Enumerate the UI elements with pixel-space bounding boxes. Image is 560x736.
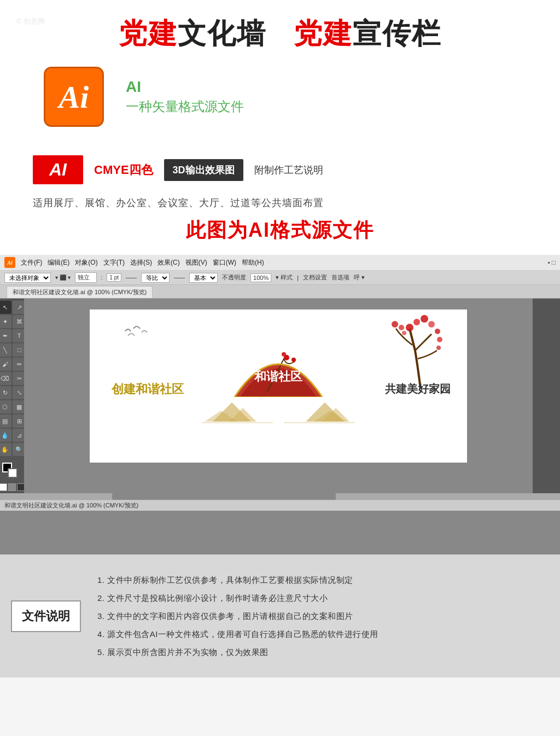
title-xuanchuanlan: 宣传栏 xyxy=(353,17,441,49)
background-color[interactable] xyxy=(8,468,18,478)
tb-opacity-label: 不透明度 xyxy=(222,273,246,282)
ai-label: AI xyxy=(126,78,244,96)
tool-rotate[interactable]: ↻ xyxy=(0,386,11,399)
svg-point-2 xyxy=(421,315,428,323)
svg-point-9 xyxy=(402,331,406,335)
tool-magic-wand[interactable]: ✦ xyxy=(0,315,11,328)
toolbar-opacity-value: 100% xyxy=(250,273,271,282)
toolbar-ratio[interactable]: 等比 xyxy=(141,273,170,283)
svg-point-7 xyxy=(399,325,404,330)
file-note-5: 5. 展示页中所含图片并不为实物，仅为效果图 xyxy=(97,643,549,661)
normal-view[interactable] xyxy=(0,483,7,491)
main-title: 党建文化墙 党建宣传栏 xyxy=(11,16,549,50)
plum-tree-decoration xyxy=(385,312,456,389)
tool-pair-3: ✒ T xyxy=(0,329,26,342)
ai-description: AI 一种矢量格式源文件 xyxy=(126,78,244,115)
tool-pen[interactable]: ✒ xyxy=(0,329,11,342)
tool-pair-8: ⬡ ▦ xyxy=(0,400,26,413)
file-info-label: 文件说明 xyxy=(11,600,81,632)
tool-pair-2: ✦ ⌘ xyxy=(0,315,26,328)
illustrator-window: Ai 文件(F) 编辑(E) 对象(O) 文字(T) 选择(S) 效果(C) 视… xyxy=(0,255,560,554)
ai-canvas-area: ↖ ↗ ✦ ⌘ ✒ T ╲ □ 🖌 ✏ ⌫ ✂ xyxy=(0,299,560,493)
tool-pair-10: 💧 ⊿ xyxy=(0,429,26,442)
menu-select[interactable]: 选择(S) xyxy=(130,258,152,267)
tool-eraser[interactable]: ⌫ xyxy=(0,372,11,385)
tool-blend[interactable]: ⬡ xyxy=(0,400,11,413)
title-dangjiian-1: 党建 xyxy=(119,17,178,49)
plum-tree-svg xyxy=(385,312,456,389)
full-screen[interactable] xyxy=(17,483,25,491)
mountains-svg xyxy=(196,397,360,424)
file-notes: 1. 文件中所标制作工艺仅供参考，具体制作工艺要根据实际情况制定 2. 文件尺寸… xyxy=(97,571,549,661)
ai-section: Ai AI 一种矢量格式源文件 xyxy=(11,61,549,132)
toolbar-basic[interactable]: 基本 xyxy=(189,273,218,283)
toolbar-prefs[interactable]: 首选项 xyxy=(331,273,349,282)
file-note-3: 3. 文件中的文字和图片内容仅供参考，图片请根据自己的文案和图片 xyxy=(97,607,549,625)
menu-object[interactable]: 对象(O) xyxy=(75,258,97,267)
canvas-document: © 创意网 xyxy=(90,309,467,463)
file-note-1: 1. 文件中所标制作工艺仅供参考，具体制作工艺要根据实际情况制定 xyxy=(97,571,549,589)
color-selector xyxy=(2,463,22,479)
format-notice-section: 此图为AI格式源文件 xyxy=(0,213,560,255)
tool-pair-9: ▤ ⊞ xyxy=(0,414,26,428)
menu-window[interactable]: 窗口(W) xyxy=(213,258,236,267)
menu-text[interactable]: 文字(T) xyxy=(103,258,125,267)
svg-point-11 xyxy=(291,358,296,362)
toolbar-icons: ▾ ⬛ ▾ xyxy=(55,274,71,281)
ai-logo-text: Ai xyxy=(59,79,89,115)
usage-section: 适用展厅、展馆、办公室、会议室、大厅、过道等公共墙面布置 xyxy=(0,191,560,213)
ai-app-logo: Ai xyxy=(4,257,15,268)
tool-hand[interactable]: ✋ xyxy=(0,443,11,456)
selection-tool-select[interactable]: 未选择对象 xyxy=(4,273,51,283)
tb-dash2: —— xyxy=(174,274,185,281)
title-wenhuaqiang: 文化墙 xyxy=(178,17,266,49)
ai-menu-items: 文件(F) 编辑(E) 对象(O) 文字(T) 选择(S) 效果(C) 视图(V… xyxy=(21,258,264,267)
scrollbar-thumb[interactable] xyxy=(112,493,336,500)
tool-pair-4: ╲ □ xyxy=(0,343,26,357)
file-note-2: 2. 文件尺寸是投稿比例缩小设计，制作时请务必注意尺寸大小 xyxy=(97,589,549,607)
svg-point-8 xyxy=(392,321,398,328)
design-left-text: 创建和谐社区 xyxy=(112,381,184,398)
ai-main-canvas: © 创意网 xyxy=(24,299,533,493)
tool-gradient[interactable]: ▤ xyxy=(0,414,11,428)
ai-right-panel xyxy=(533,299,560,493)
tool-pair-5: 🖌 ✏ xyxy=(0,358,26,371)
tag-ai: AI xyxy=(33,155,83,184)
file-tab-item[interactable]: 和谐文明社区建设文化墙.ai @ 100% (CMYK/预览) xyxy=(7,286,153,298)
tool-line[interactable]: ╲ xyxy=(0,343,11,357)
screen-mode[interactable] xyxy=(8,483,16,491)
canvas-extra-space xyxy=(0,511,560,554)
window-controls: ▪ □ xyxy=(547,259,556,266)
svg-text:和谐社区: 和谐社区 xyxy=(254,370,302,383)
menu-view[interactable]: 视图(V) xyxy=(185,258,207,267)
tool-pair-1: ↖ ↗ xyxy=(0,301,26,314)
tool-pair-11: ✋ 🔍 xyxy=(0,443,26,456)
svg-point-5 xyxy=(437,337,442,342)
tb-style-label: ▾ 样式 xyxy=(276,273,293,282)
toolbar-extra: 呼 ▾ xyxy=(354,273,365,282)
tag-3d: 3D输出效果图 xyxy=(164,159,243,181)
tag-cmyk: CMYE四色 xyxy=(94,162,153,178)
usage-text: 适用展厅、展馆、办公室、会议室、大厅、过道等公共墙面布置 xyxy=(33,197,324,208)
menu-edit[interactable]: 编辑(E) xyxy=(48,258,69,267)
svg-point-1 xyxy=(413,319,420,325)
menu-help[interactable]: 帮助(H) xyxy=(242,258,264,267)
svg-point-12 xyxy=(282,352,286,357)
horizontal-scrollbar[interactable] xyxy=(0,493,560,500)
menu-effect[interactable]: 效果(C) xyxy=(158,258,180,267)
menu-file[interactable]: 文件(F) xyxy=(21,258,42,267)
svg-point-6 xyxy=(436,346,441,350)
ai-sublabel: 一种矢量格式源文件 xyxy=(126,98,244,115)
tags-row: AI CMYE四色 3D输出效果图 附制作工艺说明 xyxy=(0,149,560,191)
tb-sep2: | xyxy=(297,274,299,281)
file-info-container: 文件说明 1. 文件中所标制作工艺仅供参考，具体制作工艺要根据实际情况制定 2.… xyxy=(11,571,549,661)
ai-menubar: Ai 文件(F) 编辑(E) 对象(O) 文字(T) 选择(S) 效果(C) 视… xyxy=(0,255,560,271)
tool-eyedropper[interactable]: 💧 xyxy=(0,429,11,442)
tool-select[interactable]: ↖ xyxy=(0,301,11,314)
tool-pair-7: ↻ ⤡ xyxy=(0,386,26,399)
svg-point-0 xyxy=(406,324,413,331)
toolbar-doc-settings[interactable]: 文档设置 xyxy=(303,273,327,282)
ai-toolbox: ↖ ↗ ✦ ⌘ ✒ T ╲ □ 🖌 ✏ ⌫ ✂ xyxy=(0,299,24,493)
tb-dash: —— xyxy=(126,274,137,281)
tool-brush[interactable]: 🖌 xyxy=(0,358,11,371)
